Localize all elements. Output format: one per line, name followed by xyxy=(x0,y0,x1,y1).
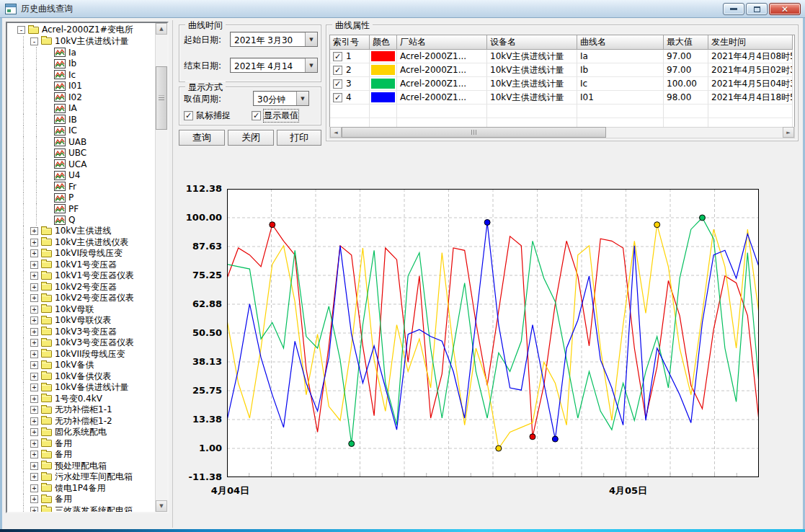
expand-toggle-icon[interactable]: + xyxy=(30,395,38,403)
expand-toggle-icon[interactable]: + xyxy=(30,361,38,369)
tree-folder-item[interactable]: +固化系统配电 xyxy=(7,427,155,438)
tree-curve-item[interactable]: Ib xyxy=(7,58,155,70)
column-header[interactable]: 最大值 xyxy=(664,35,708,50)
expand-toggle-icon[interactable]: + xyxy=(30,384,38,391)
chevron-down-icon[interactable]: ▼ xyxy=(305,32,317,46)
chart-plot-svg[interactable] xyxy=(227,189,759,477)
expand-toggle-icon[interactable]: + xyxy=(30,428,38,436)
tree-folder-item[interactable]: +10kV备供 xyxy=(7,360,155,371)
tree-folder-item[interactable]: +预处理配电箱 xyxy=(7,461,155,472)
expand-toggle-icon[interactable]: + xyxy=(30,328,38,336)
expand-toggle-icon[interactable]: + xyxy=(30,473,38,481)
scroll-down-icon[interactable]: ▼ xyxy=(156,500,167,512)
expand-toggle-icon[interactable]: + xyxy=(30,239,38,247)
scroll-left-icon[interactable]: ◄ xyxy=(330,127,342,138)
expand-toggle-icon[interactable]: + xyxy=(30,495,38,503)
scroll-right-icon[interactable]: ► xyxy=(783,127,794,138)
table-row[interactable]: ✓3Acrel-2000Z1...10kV主供进线计量Ic100.002021年… xyxy=(330,77,794,91)
row-checkbox[interactable]: ✓ xyxy=(333,52,342,61)
tree-folder-item[interactable]: +10kV3号变压器仪表 xyxy=(7,337,155,349)
expand-toggle-icon[interactable]: + xyxy=(30,484,38,492)
tree-folder-item[interactable]: +10kV备供进线计量 xyxy=(7,382,155,394)
collapse-toggle-icon[interactable]: - xyxy=(17,26,25,34)
scrollbar-thumb[interactable] xyxy=(342,127,606,138)
tree-curve-item[interactable]: I01 xyxy=(7,81,155,92)
expand-toggle-icon[interactable]: + xyxy=(30,306,38,314)
mouse-capture-checkbox[interactable]: ✓ xyxy=(184,111,193,120)
expand-toggle-icon[interactable]: + xyxy=(30,316,38,324)
expand-toggle-icon[interactable]: + xyxy=(30,451,38,458)
close-dialog-button[interactable]: 关闭 xyxy=(228,130,274,146)
expand-toggle-icon[interactable]: + xyxy=(30,339,38,347)
expand-toggle-icon[interactable]: + xyxy=(30,373,38,381)
expand-toggle-icon[interactable]: + xyxy=(30,462,38,470)
tree-folder-item[interactable]: +备用 xyxy=(7,438,155,450)
tree-vertical-scrollbar[interactable]: ▲ ▼ xyxy=(155,23,167,512)
row-checkbox[interactable]: ✓ xyxy=(333,79,342,89)
tree-folder-item[interactable]: +10kV备供仪表 xyxy=(7,371,155,383)
tree-folder-item[interactable]: +10kV1号变压器 xyxy=(7,260,155,271)
panel-splitter[interactable] xyxy=(172,20,173,528)
tree-curve-item[interactable]: PF xyxy=(7,203,155,215)
tree-folder-item[interactable]: +10kVI段母线压变 xyxy=(7,248,155,260)
tree-folder-item[interactable]: +10kV母联 xyxy=(7,304,155,316)
expand-toggle-icon[interactable]: + xyxy=(30,507,38,512)
expand-toggle-icon[interactable]: + xyxy=(30,350,38,358)
minimize-button[interactable] xyxy=(723,3,744,15)
tree-folder-item[interactable]: +10kV2号变压器 xyxy=(7,282,155,293)
tree-folder-item[interactable]: +10kV3号变压器 xyxy=(7,327,155,338)
chevron-down-icon[interactable]: ▼ xyxy=(305,58,317,72)
tree-folder-item[interactable]: +10kVII段母线压变 xyxy=(7,349,155,360)
tree-folder-item[interactable]: +三效蒸发系统配电箱 xyxy=(7,505,155,513)
expand-toggle-icon[interactable]: + xyxy=(30,294,38,302)
tree-curve-item[interactable]: UBC xyxy=(7,148,155,159)
titlebar[interactable]: 历史曲线查询 xyxy=(0,0,805,18)
column-header[interactable]: 厂站名 xyxy=(397,35,487,50)
tree-folder-item[interactable]: +10kV主供进线 xyxy=(7,226,155,237)
table-row[interactable]: ✓4Acrel-2000Z1...10kV主供进线计量I0198.002021年… xyxy=(330,91,794,105)
expand-toggle-icon[interactable]: + xyxy=(30,440,38,448)
row-checkbox[interactable]: ✓ xyxy=(333,93,342,102)
tree-folder-item[interactable]: +10kV2号变压器仪表 xyxy=(7,293,155,304)
column-header[interactable]: 曲线名 xyxy=(577,35,664,50)
tree-curve-item[interactable]: Ic xyxy=(7,69,155,81)
maximize-button[interactable] xyxy=(746,3,768,15)
collapse-toggle-icon[interactable]: - xyxy=(30,37,38,45)
tree-folder-item[interactable]: +馈电1P4备用 xyxy=(7,483,155,495)
expand-toggle-icon[interactable]: + xyxy=(30,283,38,291)
row-checkbox[interactable]: ✓ xyxy=(333,66,342,75)
print-button[interactable]: 打印 xyxy=(277,130,321,146)
column-header[interactable]: 发生时间 xyxy=(708,35,793,50)
expand-toggle-icon[interactable]: + xyxy=(30,272,38,280)
tree-folder-item[interactable]: +备用 xyxy=(7,449,155,461)
start-date-select[interactable]: 2021年 3月30 ▼ xyxy=(230,32,318,47)
expand-toggle-icon[interactable]: + xyxy=(30,261,38,269)
scrollbar-thumb[interactable] xyxy=(156,66,167,130)
close-button[interactable]: ✕ xyxy=(769,3,801,15)
table-row[interactable]: ✓1Acrel-2000Z1...10kV主供进线计量Ia97.002021年4… xyxy=(330,50,794,63)
tree-folder-item[interactable]: +10kV主供进线仪表 xyxy=(7,237,155,249)
tree-curve-item[interactable]: Q xyxy=(7,215,155,226)
expand-toggle-icon[interactable]: + xyxy=(30,249,38,257)
tree-folder-item[interactable]: +备用 xyxy=(7,494,155,505)
tree-curve-item[interactable]: UCA xyxy=(7,159,155,170)
chevron-down-icon[interactable]: ▼ xyxy=(296,92,308,105)
tree-folder-item[interactable]: +10kV母联仪表 xyxy=(7,315,155,327)
expand-toggle-icon[interactable]: + xyxy=(30,406,38,414)
expand-toggle-icon[interactable]: + xyxy=(30,227,38,235)
tree-folder-item[interactable]: +无功补偿柜1-1 xyxy=(7,404,155,416)
table-row[interactable]: ✓2Acrel-2000Z1...10kV主供进线计量Ib97.002021年4… xyxy=(330,63,794,77)
tree-curve-item[interactable]: IC xyxy=(7,125,155,137)
scroll-up-icon[interactable]: ▲ xyxy=(156,23,167,35)
query-button[interactable]: 查询 xyxy=(179,130,225,146)
end-date-select[interactable]: 2021年 4月14 ▼ xyxy=(230,58,318,73)
tree-folder-item[interactable]: -10kV主供进线计量 xyxy=(7,36,155,48)
tree-folder-item[interactable]: +污水处理车间配电箱 xyxy=(7,471,155,483)
expand-toggle-icon[interactable]: + xyxy=(30,417,38,425)
tree-curve-item[interactable]: IB xyxy=(7,114,155,125)
tree-folder-item[interactable]: +10kV1号变压器仪表 xyxy=(7,270,155,282)
tree-curve-item[interactable]: UAB xyxy=(7,136,155,148)
column-header[interactable]: 颜色 xyxy=(370,35,397,50)
tree-curve-item[interactable]: U4 xyxy=(7,170,155,182)
tree-folder-item[interactable]: -Acrel-2000Z1#变电所 xyxy=(7,25,155,36)
